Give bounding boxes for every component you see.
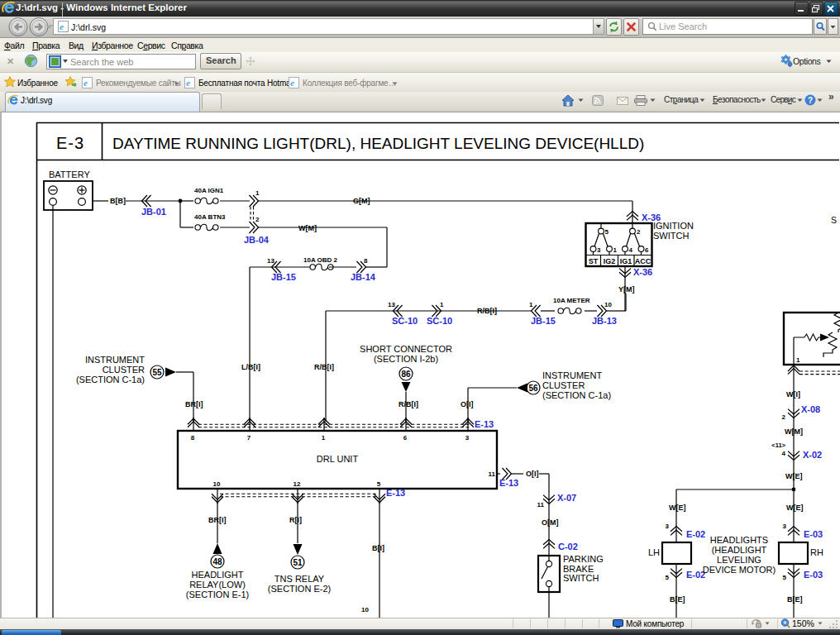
svg-text:3: 3 (783, 523, 787, 530)
svg-text:(HEADLIGHT: (HEADLIGHT (712, 545, 767, 555)
svg-text:IG1: IG1 (620, 257, 632, 265)
svg-text:B[B]: B[B] (110, 197, 126, 205)
svg-text:1: 1 (440, 301, 444, 308)
svg-text:X-08: X-08 (801, 404, 820, 414)
svg-text:86: 86 (401, 370, 411, 379)
svg-text:JB-15: JB-15 (531, 316, 556, 326)
svg-text:HEADLIGHTS: HEADLIGHTS (710, 535, 768, 545)
svg-text:ACC: ACC (635, 257, 651, 265)
svg-text:(SECTION E-2): (SECTION E-2) (268, 584, 331, 594)
svg-text:3: 3 (666, 523, 670, 530)
svg-text:11: 11 (537, 501, 545, 508)
svg-text:E-03: E-03 (804, 529, 823, 539)
svg-text:RELAY(LOW): RELAY(LOW) (189, 580, 246, 590)
svg-text:DRL UNIT: DRL UNIT (317, 454, 359, 464)
svg-text:E-3: E-3 (56, 134, 84, 152)
svg-text:SHORT CONNECTOR: SHORT CONNECTOR (360, 344, 452, 354)
svg-text:(SECTION C-1a): (SECTION C-1a) (76, 375, 145, 384)
svg-text:LEVELING: LEVELING (717, 555, 761, 565)
svg-text:JB-01: JB-01 (141, 207, 166, 217)
svg-text:JB-04: JB-04 (244, 235, 270, 245)
svg-text:(SECTION E-1): (SECTION E-1) (186, 590, 249, 599)
svg-text:8: 8 (364, 257, 368, 265)
svg-text:5: 5 (605, 228, 609, 236)
svg-text:ST: ST (589, 257, 599, 265)
svg-text:HEADLIGHT: HEADLIGHT (192, 570, 244, 580)
svg-text:13: 13 (388, 301, 395, 308)
svg-text:DAYTIME RUNNING LIGHT(DRL), HE: DAYTIME RUNNING LIGHT(DRL), HEADLIGHT LE… (112, 135, 644, 152)
svg-text:10A METER: 10A METER (553, 297, 590, 304)
svg-text:<11>: <11> (771, 442, 785, 449)
svg-text:Y[M]: Y[M] (618, 285, 635, 294)
svg-text:SWITCH: SWITCH (653, 231, 689, 241)
svg-text:?: ? (808, 96, 813, 105)
svg-text:IGNITION: IGNITION (653, 221, 694, 231)
svg-text:W[E]: W[E] (786, 504, 804, 512)
svg-text:X-07: X-07 (557, 493, 576, 503)
svg-text:X-02: X-02 (803, 450, 822, 460)
svg-text:W[M]: W[M] (785, 427, 803, 436)
svg-text:48: 48 (212, 557, 222, 566)
svg-text:BR[I]: BR[I] (208, 516, 227, 524)
svg-text:10: 10 (361, 606, 369, 614)
svg-text:10: 10 (213, 480, 221, 488)
svg-text:2: 2 (782, 413, 786, 421)
svg-text:INSTRUMENT: INSTRUMENT (542, 370, 602, 380)
svg-text:SWITCH: SWITCH (563, 573, 599, 583)
svg-text:e: e (60, 21, 64, 31)
svg-text:W[I]: W[I] (786, 390, 800, 399)
svg-text:PARKING: PARKING (563, 554, 604, 564)
svg-text:RH: RH (810, 547, 823, 557)
svg-text:1: 1 (255, 189, 260, 197)
svg-text:51: 51 (293, 558, 303, 567)
svg-text:5: 5 (666, 574, 670, 581)
svg-text:SC-10: SC-10 (427, 316, 452, 326)
svg-text:13: 13 (267, 257, 274, 265)
svg-text:O[M]: O[M] (542, 518, 559, 527)
svg-text:W[E]: W[E] (785, 472, 803, 480)
svg-text:BATTERY: BATTERY (49, 169, 90, 179)
svg-text:W[M]: W[M] (298, 224, 317, 232)
svg-text:S: S (831, 215, 837, 225)
svg-text:5: 5 (783, 574, 787, 581)
svg-text:DEVICE MOTOR): DEVICE MOTOR) (703, 565, 776, 575)
svg-text:CLUSTER: CLUSTER (103, 365, 145, 375)
svg-text:L/B[I]: L/B[I] (241, 363, 260, 371)
svg-text:R/B[I]: R/B[I] (477, 307, 497, 315)
svg-text:4: 4 (782, 450, 786, 457)
svg-text:O[I]: O[I] (461, 400, 474, 408)
svg-text:3: 3 (597, 246, 601, 254)
svg-text:5: 5 (377, 480, 381, 488)
svg-text:1: 1 (796, 356, 800, 364)
svg-text:E-03: E-03 (804, 570, 823, 580)
svg-text:E-13: E-13 (386, 488, 405, 498)
svg-text:1: 1 (529, 301, 533, 308)
svg-text:B[I]: B[I] (372, 544, 384, 552)
svg-text:4: 4 (629, 246, 633, 254)
svg-text:11: 11 (489, 470, 496, 478)
svg-text:G[M]: G[M] (353, 197, 370, 205)
svg-text:e: e (290, 78, 294, 88)
svg-text:(SECTION I-2b): (SECTION I-2b) (374, 354, 438, 364)
svg-text:10: 10 (604, 301, 612, 308)
svg-text:e: e (186, 78, 190, 88)
svg-text:56: 56 (528, 384, 538, 393)
svg-text:TNS RELAY: TNS RELAY (274, 574, 325, 584)
svg-text:X-36: X-36 (633, 267, 652, 277)
svg-text:CLUSTER: CLUSTER (542, 380, 585, 390)
svg-text:C-02: C-02 (558, 542, 578, 551)
svg-text:8: 8 (191, 434, 195, 442)
svg-text:7: 7 (247, 434, 251, 442)
svg-text:R/B[I]: R/B[I] (399, 400, 418, 408)
svg-text:O[I]: O[I] (526, 470, 539, 478)
svg-text:55: 55 (152, 368, 162, 377)
svg-text:E-13: E-13 (475, 419, 494, 429)
svg-text:SC-10: SC-10 (392, 316, 418, 326)
svg-text:e: e (84, 78, 88, 88)
svg-text:E-02: E-02 (686, 529, 705, 539)
svg-text:E-13: E-13 (499, 478, 518, 488)
svg-text:JB-13: JB-13 (592, 316, 617, 326)
svg-text:B[E]: B[E] (670, 595, 685, 604)
svg-text:3: 3 (465, 434, 470, 442)
svg-text:6: 6 (645, 246, 649, 254)
